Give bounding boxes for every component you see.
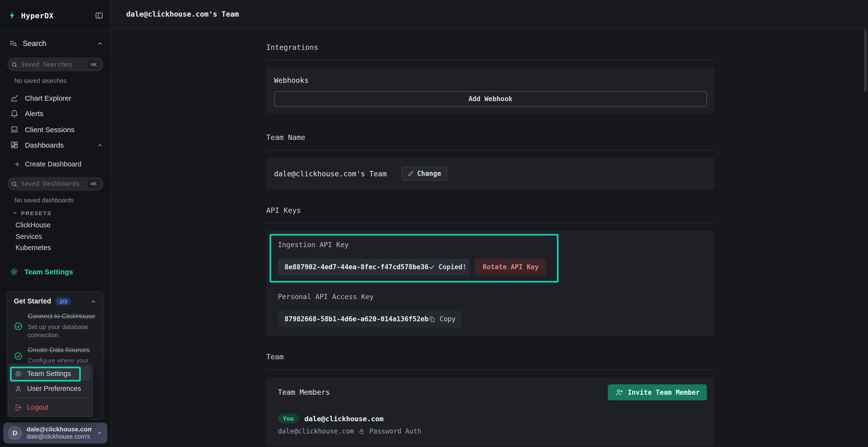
member-name: dale@clickhouse.com bbox=[304, 414, 383, 423]
plus-icon bbox=[14, 161, 21, 168]
chevron-down-icon bbox=[12, 210, 18, 215]
logout-icon bbox=[14, 403, 22, 411]
member-email: dale@clickhouse.com bbox=[278, 427, 354, 435]
sidebar-item-label: Chart Explorer bbox=[25, 94, 71, 102]
brand-row: HyperDX bbox=[8, 8, 103, 23]
magnifier-icon bbox=[11, 181, 18, 187]
member-details-row: dale@clickhouse.com Password Auth bbox=[274, 427, 707, 435]
team-members-card: Team Members Invite Team Member You dale… bbox=[266, 377, 715, 446]
ingestion-key-row: 8e887902-4ed7-44ea-8fec-f47cd578be36 Cop… bbox=[278, 259, 707, 275]
sidebar-item-label: Dashboards bbox=[25, 141, 64, 149]
sidebar-item-clickhouse[interactable]: ClickHouse bbox=[16, 220, 51, 230]
team-heading: Team bbox=[266, 353, 715, 361]
presets-toggle[interactable]: PRESETS bbox=[12, 209, 52, 217]
brand-name: HyperDX bbox=[21, 11, 54, 20]
menu-item-logout[interactable]: Logout bbox=[10, 400, 91, 415]
copy-label: Copy bbox=[439, 315, 456, 323]
avatar: D bbox=[8, 426, 22, 440]
chevron-up-icon[interactable] bbox=[96, 39, 103, 47]
search-section-label: Search bbox=[23, 39, 91, 47]
section-divider bbox=[266, 150, 715, 150]
get-started-item-connect[interactable]: Connect to ClickHouse Set up your databa… bbox=[14, 312, 97, 339]
settings-content: Integrations Webhooks Add Webhook Team N… bbox=[266, 29, 715, 446]
get-started-item-texts: Connect to ClickHouse Set up your databa… bbox=[28, 312, 97, 339]
get-started-item-datasources[interactable]: Create Data Sources Configure where your bbox=[14, 346, 97, 365]
auth-method: Password Auth bbox=[369, 427, 422, 435]
get-started-item-title: Create Data Sources bbox=[28, 346, 97, 355]
dashboards-icon bbox=[10, 140, 19, 149]
chevron-up-icon bbox=[96, 429, 103, 437]
saved-dashboards-box[interactable]: ⌘K bbox=[7, 177, 103, 191]
menu-item-label: Team Settings bbox=[27, 370, 71, 377]
ingestion-key-label: Ingestion API Key bbox=[278, 241, 707, 249]
create-dashboard-label: Create Dashboard bbox=[25, 161, 82, 168]
sidebar-item-kubernetes[interactable]: Kubernetes bbox=[16, 243, 51, 252]
hyperdx-app: HyperDX Search ⌘K No saved searches bbox=[0, 0, 868, 447]
rotate-api-key-button[interactable]: Rotate API Key bbox=[475, 259, 547, 275]
get-started-item-title: Connect to ClickHouse bbox=[28, 312, 97, 321]
get-started-title: Get Started bbox=[14, 298, 51, 305]
ingestion-key-value[interactable]: 8e887902-4ed7-44ea-8fec-f47cd578be36 Cop… bbox=[278, 259, 469, 275]
section-divider bbox=[266, 370, 715, 370]
user-icon bbox=[14, 385, 22, 392]
menu-item-user-preferences[interactable]: User Preferences bbox=[10, 381, 91, 396]
get-started-header[interactable]: Get Started 2/3 bbox=[14, 298, 97, 305]
personal-key-text: 87982668-58b1-4d6e-a620-014a136f52eb bbox=[284, 315, 429, 323]
chevron-up-icon[interactable] bbox=[90, 298, 97, 305]
sidebar-item-services[interactable]: Services bbox=[16, 232, 42, 241]
sidebar-item-label: Client Sessions bbox=[25, 125, 74, 133]
sidebar-divider bbox=[0, 30, 110, 31]
saved-searches-input[interactable] bbox=[21, 61, 84, 68]
team-members-label: Team Members bbox=[274, 388, 330, 397]
get-started-item-desc: Set up your database connection bbox=[28, 323, 97, 339]
brand: HyperDX bbox=[8, 11, 54, 20]
clipboard-icon bbox=[429, 315, 436, 323]
personal-key-value[interactable]: 87982668-58b1-4d6e-a620-014a136f52eb Cop… bbox=[278, 311, 462, 327]
change-team-name-button[interactable]: Change bbox=[401, 166, 447, 181]
sidebar-item-dashboards[interactable]: Dashboards bbox=[10, 139, 103, 150]
sidebar-item-client-sessions[interactable]: Client Sessions bbox=[10, 124, 103, 135]
get-started-progress-badge: 2/3 bbox=[56, 298, 71, 305]
menu-item-team-settings[interactable]: Team Settings bbox=[10, 366, 91, 381]
create-dashboard-button[interactable]: Create Dashboard bbox=[14, 159, 81, 169]
copy-button[interactable]: Copy bbox=[429, 315, 456, 323]
lock-icon bbox=[358, 428, 365, 435]
shortcut-badge: ⌘K bbox=[88, 180, 100, 188]
check-icon bbox=[429, 264, 435, 271]
team-members-row: Team Members Invite Team Member bbox=[274, 384, 707, 401]
user-plus-icon bbox=[615, 388, 623, 397]
sidebar-item-team-settings[interactable]: Team Settings bbox=[10, 266, 73, 277]
team-name-heading: Team Name bbox=[266, 133, 715, 141]
page-title: dale@clickhouse.com's Team bbox=[126, 10, 239, 18]
sidebar-item-alerts[interactable]: Alerts bbox=[10, 108, 103, 119]
user-context-menu: Team Settings User Preferences Logout bbox=[8, 364, 93, 417]
saved-dashboards-input[interactable] bbox=[21, 180, 84, 187]
copied-indicator: Copied! bbox=[429, 263, 466, 271]
no-saved-dashboards-text: No saved dashboards bbox=[14, 197, 74, 204]
ingestion-key-text: 8e887902-4ed7-44ea-8fec-f47cd578be36 bbox=[284, 263, 429, 271]
shortcut-badge: ⌘K bbox=[88, 60, 100, 68]
menu-divider bbox=[11, 398, 90, 398]
member-row: You dale@clickhouse.com bbox=[274, 414, 707, 423]
saved-searches-box[interactable]: ⌘K bbox=[7, 58, 103, 71]
add-webhook-button[interactable]: Add Webhook bbox=[274, 91, 707, 107]
collapse-sidebar-icon[interactable] bbox=[95, 11, 104, 20]
api-keys-heading: API Keys bbox=[266, 206, 715, 214]
no-saved-searches-text: No saved searches bbox=[14, 77, 66, 84]
menu-item-label: Logout bbox=[27, 403, 48, 411]
invite-label: Invite Team Member bbox=[628, 388, 700, 396]
sidebar-item-label: Alerts bbox=[25, 109, 43, 117]
user-texts: dale@clickhouse.com dale@clickhouse.com'… bbox=[27, 425, 92, 441]
scrollbar-thumb[interactable] bbox=[864, 30, 867, 92]
sidebar-item-chart-explorer[interactable]: Chart Explorer bbox=[10, 92, 103, 103]
gear-icon bbox=[10, 267, 18, 276]
team-name-value: dale@clickhouse.com's Team bbox=[274, 170, 386, 178]
user-account-button[interactable]: D dale@clickhouse.com dale@clickhouse.co… bbox=[3, 422, 107, 443]
change-label: Change bbox=[417, 170, 441, 177]
menu-item-label: User Preferences bbox=[27, 385, 81, 392]
invite-team-member-button[interactable]: Invite Team Member bbox=[608, 384, 707, 401]
section-divider bbox=[266, 223, 715, 223]
sidebar-section-search[interactable]: Search bbox=[9, 38, 104, 49]
laptop-icon bbox=[10, 125, 19, 134]
chevron-up-icon[interactable] bbox=[96, 141, 103, 148]
